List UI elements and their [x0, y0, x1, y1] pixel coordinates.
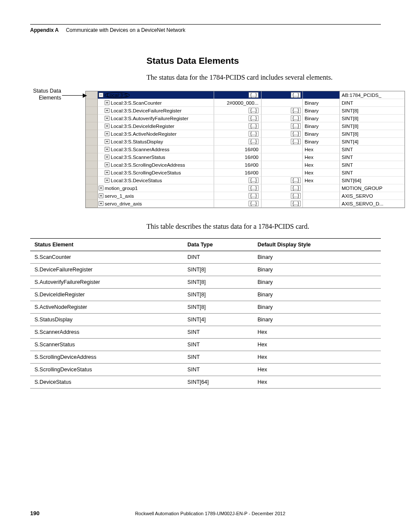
expand-icon[interactable]: +: [99, 193, 103, 198]
expand-value-icon[interactable]: {...}: [249, 108, 258, 113]
force-cell[interactable]: {...}: [262, 138, 303, 146]
value-cell[interactable]: 16#00: [214, 161, 262, 169]
tag-row[interactable]: +Local:3:S.StatusDisplay{...}{...}Binary…: [86, 138, 405, 146]
tag-row[interactable]: +Local:3:S.AutoverifyFailureRegister{...…: [86, 115, 405, 122]
tag-name-cell[interactable]: +Local:3:S.ScanCounter: [98, 99, 214, 107]
expand-value-icon[interactable]: {...}: [249, 131, 258, 137]
expand-icon[interactable]: +: [105, 170, 109, 175]
force-cell[interactable]: [262, 153, 303, 161]
force-cell[interactable]: [262, 161, 303, 169]
tag-row[interactable]: +Local:3:S.ActiveNodeRegister{...}{...}B…: [86, 130, 405, 138]
value-cell[interactable]: {...}: [214, 122, 262, 130]
value-cell[interactable]: 16#00: [214, 146, 262, 153]
tag-name-cell[interactable]: +Local:3:S.DeviceStatus: [98, 177, 214, 184]
expand-icon[interactable]: +: [99, 201, 103, 206]
tag-row[interactable]: +Local:3:S.DeviceFailureRegister{...}{..…: [86, 107, 405, 115]
tag-name-cell[interactable]: +Local:3:S.ScrollingDeviceStatus: [98, 169, 214, 177]
expand-value-icon[interactable]: {...}: [291, 131, 301, 137]
expand-icon[interactable]: +: [105, 178, 109, 183]
expand-value-icon[interactable]: {...}: [291, 139, 301, 144]
style-cell[interactable]: Binary: [303, 115, 340, 122]
expand-value-icon[interactable]: {...}: [291, 115, 301, 121]
expand-value-icon[interactable]: {...}: [291, 177, 301, 183]
style-cell[interactable]: Hex: [303, 177, 340, 184]
style-cell[interactable]: Hex: [303, 146, 340, 153]
tag-row[interactable]: +servo_drive_axis{...}{...}AXIS_SERVO_D.…: [86, 200, 405, 208]
value-cell[interactable]: 16#00: [214, 153, 262, 161]
value-cell[interactable]: {...}: [214, 200, 262, 208]
style-cell[interactable]: Binary: [303, 130, 340, 138]
force-cell[interactable]: {...}: [262, 107, 303, 115]
tag-row[interactable]: +Local:3:S.DeviceStatus{...}{...}HexSINT…: [86, 177, 405, 184]
expand-value-icon[interactable]: {...}: [249, 185, 258, 191]
tag-row[interactable]: −Local:3:S{...}{...}AB:1784_PCIDS_: [86, 91, 405, 99]
tag-name-cell[interactable]: +Local:3:S.DeviceIdleRegister: [98, 122, 214, 130]
tag-name-cell[interactable]: +Local:3:S.ScannerStatus: [98, 153, 214, 161]
expand-value-icon[interactable]: {...}: [291, 201, 301, 206]
tag-name-cell[interactable]: +motion_group1: [98, 184, 214, 192]
style-cell[interactable]: Hex: [303, 153, 340, 161]
expand-value-icon[interactable]: {...}: [249, 193, 258, 199]
force-cell[interactable]: {...}: [262, 115, 303, 122]
expand-value-icon[interactable]: {...}: [291, 193, 301, 199]
expand-value-icon[interactable]: {...}: [291, 92, 301, 98]
expand-icon[interactable]: +: [105, 155, 109, 159]
value-cell[interactable]: {...}: [214, 115, 262, 122]
force-cell[interactable]: {...}: [262, 177, 303, 184]
expand-value-icon[interactable]: {...}: [249, 115, 258, 121]
style-cell[interactable]: Binary: [303, 122, 340, 130]
expand-value-icon[interactable]: {...}: [249, 139, 258, 144]
style-cell[interactable]: [303, 192, 340, 200]
tag-row[interactable]: +Local:3:S.ScannerAddress16#00HexSINT: [86, 146, 405, 153]
value-cell[interactable]: {...}: [214, 184, 262, 192]
tag-name-cell[interactable]: +Local:3:S.StatusDisplay: [98, 138, 214, 146]
expand-icon[interactable]: +: [105, 131, 109, 136]
force-cell[interactable]: {...}: [262, 184, 303, 192]
style-cell[interactable]: [303, 200, 340, 208]
tag-row[interactable]: +Local:3:S.DeviceIdleRegister{...}{...}B…: [86, 122, 405, 130]
value-cell[interactable]: 2#0000_000...: [214, 99, 262, 107]
expand-value-icon[interactable]: {...}: [249, 177, 258, 183]
value-cell[interactable]: {...}: [214, 177, 262, 184]
style-cell[interactable]: Binary: [303, 138, 340, 146]
force-cell[interactable]: [262, 146, 303, 153]
expand-value-icon[interactable]: {...}: [291, 108, 301, 113]
value-cell[interactable]: 16#00: [214, 169, 262, 177]
expand-icon[interactable]: +: [105, 108, 109, 113]
force-cell[interactable]: {...}: [262, 192, 303, 200]
force-cell[interactable]: {...}: [262, 122, 303, 130]
tag-name-cell[interactable]: +servo_drive_axis: [98, 200, 214, 208]
style-cell[interactable]: Binary: [303, 107, 340, 115]
expand-icon[interactable]: +: [105, 116, 109, 121]
force-cell[interactable]: {...}: [262, 200, 303, 208]
value-cell[interactable]: {...}: [214, 91, 262, 99]
style-cell[interactable]: Hex: [303, 169, 340, 177]
tag-row[interactable]: +motion_group1{...}{...}MOTION_GROUP: [86, 184, 405, 192]
tag-row[interactable]: +Local:3:S.ScrollingDeviceStatus16#00Hex…: [86, 169, 405, 177]
expand-value-icon[interactable]: {...}: [291, 185, 301, 191]
expand-icon[interactable]: +: [105, 139, 109, 144]
tag-name-cell[interactable]: +Local:3:S.DeviceFailureRegister: [98, 107, 214, 115]
expand-value-icon[interactable]: {...}: [249, 201, 258, 206]
force-cell[interactable]: {...}: [262, 91, 303, 99]
style-cell[interactable]: Binary: [303, 99, 340, 107]
expand-icon[interactable]: +: [105, 100, 109, 105]
expand-value-icon[interactable]: {...}: [249, 92, 258, 98]
expand-icon[interactable]: +: [105, 124, 109, 128]
tag-name-cell[interactable]: +Local:3:S.AutoverifyFailureRegister: [98, 115, 214, 122]
tag-row[interactable]: +servo_1_axis{...}{...}AXIS_SERVO: [86, 192, 405, 200]
tag-name-cell[interactable]: +servo_1_axis: [98, 192, 214, 200]
collapse-icon[interactable]: −: [99, 93, 103, 97]
expand-icon[interactable]: +: [105, 162, 109, 167]
expand-value-icon[interactable]: {...}: [291, 123, 301, 129]
tag-name-cell[interactable]: −Local:3:S: [98, 91, 214, 99]
tag-name-cell[interactable]: +Local:3:S.ScannerAddress: [98, 146, 214, 153]
value-cell[interactable]: {...}: [214, 192, 262, 200]
force-cell[interactable]: [262, 169, 303, 177]
force-cell[interactable]: [262, 99, 303, 107]
value-cell[interactable]: {...}: [214, 138, 262, 146]
tag-row[interactable]: +Local:3:S.ScrollingDeviceAddress16#00He…: [86, 161, 405, 169]
tag-row[interactable]: +Local:3:S.ScanCounter2#0000_000...Binar…: [86, 99, 405, 107]
style-cell[interactable]: Hex: [303, 161, 340, 169]
value-cell[interactable]: {...}: [214, 130, 262, 138]
